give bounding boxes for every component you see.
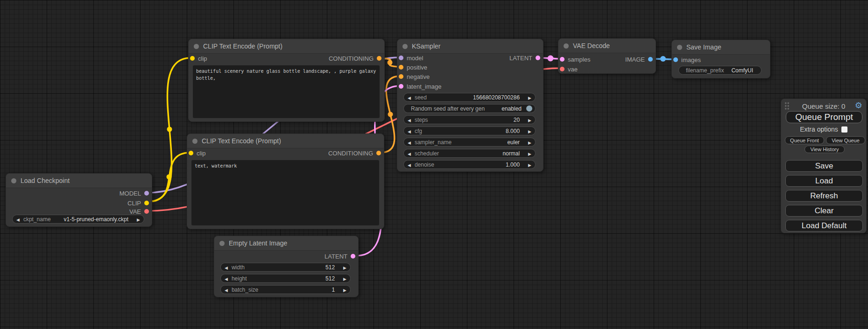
node-header[interactable]: KSampler	[397, 39, 543, 54]
input-slot-clip[interactable]: clip	[190, 54, 207, 63]
collapse-dot-icon[interactable]	[219, 241, 225, 246]
slot-dot-clip[interactable]	[189, 151, 193, 155]
increment-icon[interactable]	[137, 216, 140, 223]
prompt-textarea[interactable]: beautiful scenery nature glass bottle la…	[193, 65, 380, 118]
collapse-dot-icon[interactable]	[564, 43, 569, 49]
decrement-icon[interactable]	[408, 161, 411, 168]
output-slot-latent[interactable]: LATENT	[325, 252, 355, 261]
slot-dot-clip[interactable]	[190, 56, 195, 61]
increment-icon[interactable]	[343, 264, 346, 271]
slot-dot-latent[interactable]	[351, 254, 355, 259]
node-header[interactable]: Load Checkpoint	[6, 174, 152, 188]
collapse-dot-icon[interactable]	[677, 45, 682, 50]
node-header[interactable]: VAE Decode	[558, 39, 656, 53]
queue-panel[interactable]: Queue size: 0 Queue Prompt Extra options…	[781, 98, 867, 233]
prompt-textarea[interactable]: text, watermark	[191, 160, 379, 225]
save-button[interactable]: Save	[785, 160, 863, 172]
widget-steps[interactable]: steps 20	[403, 115, 536, 124]
widget-sampler-name[interactable]: sampler_name euler	[403, 138, 536, 147]
collapse-dot-icon[interactable]	[194, 44, 199, 49]
decrement-icon[interactable]	[225, 275, 228, 282]
output-slot-conditioning[interactable]: CONDITIONING	[329, 54, 381, 63]
slot-dot-vae[interactable]	[560, 67, 565, 71]
widget-height[interactable]: height 512	[220, 274, 351, 283]
node-header[interactable]: CLIP Text Encode (Prompt)	[187, 134, 384, 148]
increment-icon[interactable]	[343, 275, 346, 282]
decrement-icon[interactable]	[408, 128, 411, 134]
decrement-icon[interactable]	[408, 94, 411, 101]
increment-icon[interactable]	[528, 139, 531, 146]
node-header[interactable]: CLIP Text Encode (Prompt)	[189, 39, 384, 54]
node-header[interactable]: Empty Latent Image	[214, 236, 358, 251]
node-empty-latent-image[interactable]: Empty Latent Image LATENT width 512 heig…	[214, 236, 359, 297]
node-load-checkpoint[interactable]: Load Checkpoint MODEL CLIP VAE ckpt_name…	[6, 173, 152, 227]
collapse-dot-icon[interactable]	[192, 139, 198, 144]
slot-dot-conditioning[interactable]	[376, 151, 381, 155]
widget-ckpt-name[interactable]: ckpt_name v1-5-pruned-emaonly.ckpt	[12, 215, 144, 224]
input-slot-samples[interactable]: samples	[560, 55, 590, 64]
slot-dot-conditioning[interactable]	[399, 74, 403, 79]
decrement-icon[interactable]	[408, 139, 411, 146]
widget-width[interactable]: width 512	[220, 263, 351, 272]
node-clip-text-encode-negative[interactable]: CLIP Text Encode (Prompt) clip CONDITION…	[187, 133, 384, 229]
node-ksampler[interactable]: KSampler model positive negative latent_…	[397, 39, 543, 172]
widget-denoise[interactable]: denoise 1.000	[403, 160, 536, 169]
input-slot-negative[interactable]: negative	[399, 72, 430, 81]
extra-options-checkbox[interactable]	[841, 126, 847, 133]
node-save-image[interactable]: Save Image images filename_prefix ComfyU…	[671, 40, 770, 78]
widget-filename-prefix[interactable]: filename_prefix ComfyUI	[678, 66, 762, 75]
load-button[interactable]: Load	[785, 175, 863, 187]
settings-gear-icon[interactable]	[855, 100, 862, 111]
increment-icon[interactable]	[528, 94, 531, 101]
output-slot-conditioning[interactable]: CONDITIONING	[328, 148, 381, 158]
widget-cfg[interactable]: cfg 8.000	[403, 126, 536, 135]
decrement-icon[interactable]	[408, 150, 411, 157]
node-header[interactable]: Save Image	[672, 40, 770, 55]
output-slot-latent[interactable]: LATENT	[509, 53, 540, 63]
queue-front-button[interactable]: Queue Front	[785, 136, 824, 144]
slot-dot-latent[interactable]	[536, 56, 540, 60]
collapse-dot-icon[interactable]	[402, 44, 408, 49]
widget-batch-size[interactable]: batch_size 1	[220, 285, 351, 294]
decrement-icon[interactable]	[16, 216, 20, 223]
input-slot-clip[interactable]: clip	[189, 148, 206, 158]
queue-prompt-button[interactable]: Queue Prompt	[786, 111, 862, 123]
slot-dot-model[interactable]	[399, 56, 403, 60]
seed-toggle-icon[interactable]	[526, 105, 532, 112]
input-slot-model[interactable]: model	[399, 53, 423, 63]
slot-dot-image[interactable]	[673, 57, 678, 62]
widget-scheduler[interactable]: scheduler normal	[403, 149, 536, 158]
refresh-button[interactable]: Refresh	[785, 190, 863, 202]
input-slot-positive[interactable]: positive	[399, 63, 427, 72]
collapse-dot-icon[interactable]	[11, 178, 16, 183]
decrement-icon[interactable]	[408, 117, 411, 123]
slot-dot-vae[interactable]	[144, 209, 149, 214]
increment-icon[interactable]	[528, 150, 531, 157]
decrement-icon[interactable]	[225, 264, 228, 271]
increment-icon[interactable]	[528, 128, 531, 134]
increment-icon[interactable]	[528, 161, 531, 168]
increment-icon[interactable]	[343, 287, 346, 293]
node-vae-decode[interactable]: VAE Decode samples vae IMAGE	[558, 38, 656, 74]
node-graph-canvas[interactable]: Load Checkpoint MODEL CLIP VAE ckpt_name…	[0, 0, 868, 329]
clear-button[interactable]: Clear	[785, 205, 863, 217]
output-slot-model[interactable]: MODEL	[120, 189, 149, 198]
increment-icon[interactable]	[528, 117, 531, 123]
view-queue-button[interactable]: View Queue	[826, 136, 865, 144]
slot-dot-latent[interactable]	[560, 57, 565, 62]
slot-dot-model[interactable]	[144, 191, 149, 196]
load-default-button[interactable]: Load Default	[785, 220, 863, 231]
slot-dot-conditioning[interactable]	[377, 56, 381, 61]
view-history-button[interactable]: View History	[804, 146, 845, 153]
input-slot-latent-image[interactable]: latent_image	[399, 82, 441, 91]
slot-dot-clip[interactable]	[144, 201, 149, 205]
output-slot-clip[interactable]: CLIP	[127, 198, 149, 208]
output-slot-image[interactable]: IMAGE	[625, 55, 653, 64]
input-slot-images[interactable]: images	[673, 55, 701, 64]
widget-random-seed[interactable]: Random seed after every gen enabled	[403, 104, 536, 113]
node-clip-text-encode-positive[interactable]: CLIP Text Encode (Prompt) clip CONDITION…	[188, 39, 385, 122]
decrement-icon[interactable]	[225, 287, 228, 293]
slot-dot-latent[interactable]	[399, 84, 403, 89]
slot-dot-image[interactable]	[648, 57, 653, 62]
slot-dot-conditioning[interactable]	[399, 65, 403, 70]
